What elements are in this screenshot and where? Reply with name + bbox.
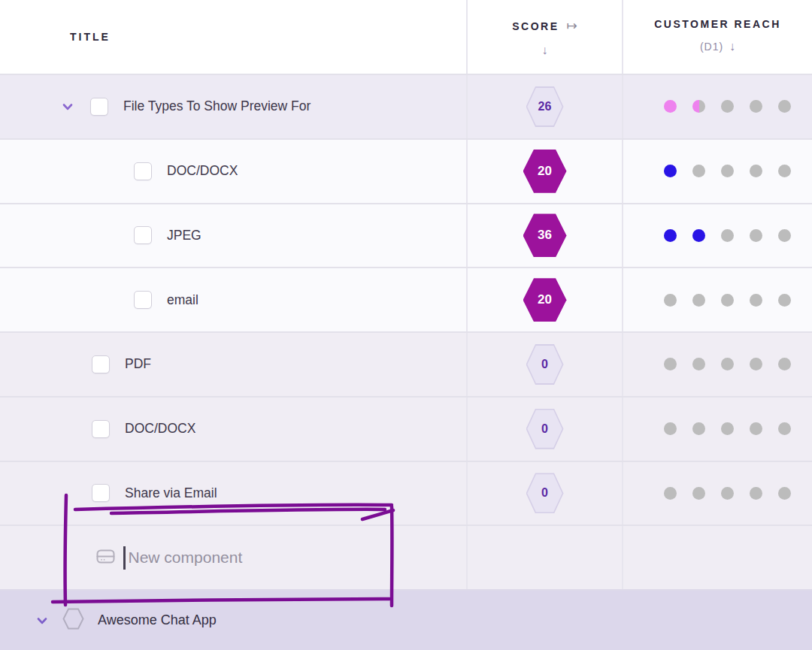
sort-desc-icon[interactable]: ↓ bbox=[542, 44, 548, 57]
row-title[interactable]: PDF bbox=[125, 356, 151, 372]
score-value: 26 bbox=[538, 100, 552, 113]
text-caret bbox=[123, 546, 126, 570]
reach-dimension-label: (D1) bbox=[700, 41, 723, 53]
reach-dot-gray bbox=[750, 229, 762, 242]
customer-reach-cell[interactable] bbox=[622, 462, 812, 525]
row-checkbox[interactable] bbox=[92, 355, 110, 373]
customer-reach-cell[interactable] bbox=[622, 204, 812, 268]
column-header-score[interactable]: SCORE ↦ ↓ bbox=[466, 0, 622, 74]
table-row: JPEG36 bbox=[0, 203, 812, 268]
reach-dot-gray bbox=[664, 487, 677, 500]
table-row: PDF0 bbox=[0, 331, 812, 396]
reach-dot-blue bbox=[664, 165, 677, 177]
score-badge[interactable]: 0 bbox=[526, 409, 564, 449]
reach-dot-gray bbox=[750, 294, 762, 307]
score-badge[interactable]: 20 bbox=[523, 150, 567, 193]
component-icon bbox=[96, 548, 115, 568]
reach-dot-gray bbox=[692, 358, 705, 370]
customer-reach-cell[interactable] bbox=[622, 398, 812, 461]
row-checkbox[interactable] bbox=[134, 291, 152, 309]
reach-dot-blue bbox=[692, 229, 705, 242]
row-title[interactable]: JPEG bbox=[167, 228, 201, 243]
table-row: Share via Email0 bbox=[0, 461, 812, 525]
new-component-input[interactable]: New component bbox=[129, 549, 243, 567]
reach-dot-gray bbox=[664, 358, 677, 370]
reach-dot-gray bbox=[750, 422, 762, 435]
score-value: 20 bbox=[538, 292, 552, 307]
score-badge[interactable]: 0 bbox=[526, 344, 564, 385]
reach-dot-gray bbox=[778, 358, 791, 370]
product-hexagon-icon bbox=[62, 607, 84, 633]
reach-dot-gray bbox=[778, 165, 791, 177]
reach-dot-blue bbox=[664, 229, 677, 242]
row-title[interactable]: email bbox=[167, 292, 198, 308]
reach-dot-gray bbox=[778, 422, 791, 435]
customer-reach-cell[interactable] bbox=[622, 268, 812, 331]
row-checkbox[interactable] bbox=[134, 162, 152, 180]
table-row: email20 bbox=[0, 267, 812, 331]
score-value: 0 bbox=[541, 486, 548, 500]
reach-dot-gray bbox=[692, 487, 705, 500]
reach-dot-gray bbox=[750, 358, 762, 370]
empty-score-cell bbox=[466, 526, 622, 589]
row-checkbox[interactable] bbox=[92, 484, 110, 502]
row-checkbox[interactable] bbox=[90, 98, 108, 116]
table-body: File Types To Show Preview For26DOC/DOCX… bbox=[0, 74, 812, 525]
row-checkbox[interactable] bbox=[92, 420, 110, 438]
title-column-label: TITLE bbox=[70, 31, 111, 43]
score-column-label: SCORE bbox=[512, 20, 559, 32]
reach-dot-gray bbox=[750, 165, 762, 177]
reach-dot-gray bbox=[778, 100, 791, 113]
score-value: 36 bbox=[538, 228, 552, 243]
table-row: DOC/DOCX20 bbox=[0, 138, 812, 203]
table-row: File Types To Show Preview For26 bbox=[0, 74, 812, 138]
reach-column-label: CUSTOMER REACH bbox=[654, 18, 781, 30]
empty-reach-cell bbox=[622, 526, 812, 589]
reach-dot-half bbox=[692, 100, 705, 113]
score-badge[interactable]: 20 bbox=[523, 278, 567, 322]
reach-dot-gray bbox=[721, 487, 734, 500]
product-title[interactable]: Awesome Chat App bbox=[98, 612, 217, 628]
customer-reach-cell[interactable] bbox=[622, 333, 812, 396]
new-component-row[interactable]: New component bbox=[0, 525, 812, 589]
customer-reach-cell[interactable] bbox=[622, 140, 812, 203]
score-value: 0 bbox=[541, 358, 548, 371]
customer-reach-cell[interactable] bbox=[622, 75, 812, 138]
reach-dot-pink bbox=[664, 100, 677, 113]
column-header-title[interactable]: TITLE bbox=[0, 0, 466, 74]
reach-dot-gray bbox=[692, 294, 705, 307]
row-title[interactable]: DOC/DOCX bbox=[167, 163, 238, 179]
table-header: TITLE SCORE ↦ ↓ CUSTOMER REACH (D1) ↓ bbox=[0, 0, 812, 74]
score-badge[interactable]: 0 bbox=[526, 473, 564, 513]
reach-dot-gray bbox=[721, 422, 734, 435]
reach-dot-gray bbox=[721, 100, 734, 113]
chevron-down-icon[interactable] bbox=[35, 613, 50, 628]
prioritization-table: TITLE SCORE ↦ ↓ CUSTOMER REACH (D1) ↓ Fi… bbox=[0, 0, 812, 650]
reach-dot-gray bbox=[721, 165, 734, 177]
score-value: 0 bbox=[541, 422, 548, 436]
score-badge[interactable]: 26 bbox=[526, 86, 564, 127]
reach-dot-gray bbox=[778, 487, 791, 500]
reach-dot-gray bbox=[692, 165, 705, 177]
reach-dot-gray bbox=[750, 487, 762, 500]
reach-dot-gray bbox=[721, 229, 734, 242]
reach-dot-gray bbox=[778, 229, 791, 242]
reach-dot-gray bbox=[664, 294, 677, 307]
table-row: DOC/DOCX0 bbox=[0, 396, 812, 461]
reach-dot-gray bbox=[692, 422, 705, 435]
column-header-customer-reach[interactable]: CUSTOMER REACH (D1) ↓ bbox=[622, 0, 812, 74]
chevron-down-icon[interactable] bbox=[60, 99, 75, 114]
maps-to-icon: ↦ bbox=[567, 18, 577, 34]
score-value: 20 bbox=[538, 164, 552, 179]
row-title[interactable]: Share via Email bbox=[125, 485, 217, 501]
reach-dot-gray bbox=[721, 358, 734, 370]
score-badge[interactable]: 36 bbox=[523, 213, 567, 257]
reach-dot-gray bbox=[721, 294, 734, 307]
reach-dot-gray bbox=[750, 100, 762, 113]
sort-desc-icon[interactable]: ↓ bbox=[729, 40, 735, 53]
row-title[interactable]: File Types To Show Preview For bbox=[123, 98, 311, 114]
row-checkbox[interactable] bbox=[134, 226, 152, 244]
reach-dot-gray bbox=[664, 422, 677, 435]
product-row[interactable]: Awesome Chat App bbox=[0, 589, 812, 650]
row-title[interactable]: DOC/DOCX bbox=[125, 421, 195, 437]
